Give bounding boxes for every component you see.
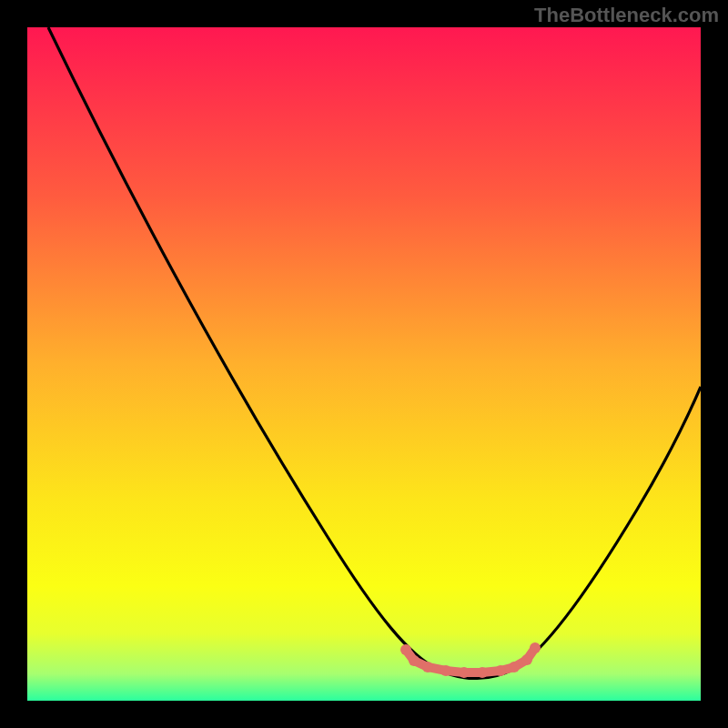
frame-bottom	[0, 701, 728, 728]
svg-point-7	[495, 665, 506, 676]
bottleneck-chart	[0, 0, 728, 728]
gradient-background	[27, 27, 701, 701]
frame-left	[0, 0, 27, 728]
svg-point-1	[400, 644, 411, 655]
svg-point-2	[409, 655, 420, 666]
svg-point-3	[422, 662, 433, 672]
frame-right	[701, 0, 728, 728]
watermark-text: TheBottleneck.com	[534, 4, 719, 27]
svg-point-10	[530, 642, 541, 653]
svg-point-4	[440, 665, 451, 676]
svg-point-8	[509, 662, 520, 672]
svg-point-9	[521, 654, 532, 665]
chart-container: TheBottleneck.com	[0, 0, 728, 728]
svg-point-5	[459, 667, 470, 678]
svg-point-6	[477, 667, 488, 678]
